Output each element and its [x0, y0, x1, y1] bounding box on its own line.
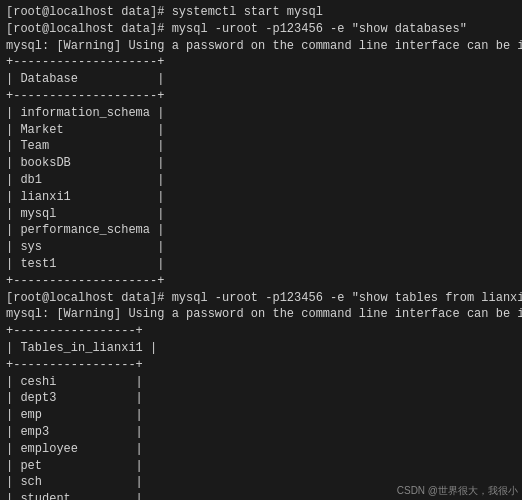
- terminal-line: | performance_schema |: [6, 222, 516, 239]
- terminal-line: | mysql |: [6, 206, 516, 223]
- terminal-line: | sys |: [6, 239, 516, 256]
- terminal-line: | db1 |: [6, 172, 516, 189]
- terminal-line: | pet |: [6, 458, 516, 475]
- terminal-line: [root@localhost data]# mysql -uroot -p12…: [6, 290, 516, 307]
- terminal-line: | information_schema |: [6, 105, 516, 122]
- terminal-line: +--------------------+: [6, 273, 516, 290]
- terminal-line: | Database |: [6, 71, 516, 88]
- terminal-line: | ceshi |: [6, 374, 516, 391]
- terminal-line: +-----------------+: [6, 323, 516, 340]
- terminal: [root@localhost data]# systemctl start m…: [0, 0, 522, 500]
- terminal-line: [root@localhost data]# systemctl start m…: [6, 4, 516, 21]
- terminal-line: | Market |: [6, 122, 516, 139]
- terminal-line: | emp3 |: [6, 424, 516, 441]
- terminal-line: | Team |: [6, 138, 516, 155]
- terminal-line: +--------------------+: [6, 88, 516, 105]
- terminal-line: | test1 |: [6, 256, 516, 273]
- terminal-line: | employee |: [6, 441, 516, 458]
- terminal-line: +-----------------+: [6, 357, 516, 374]
- terminal-line: mysql: [Warning] Using a password on the…: [6, 306, 516, 323]
- terminal-line: | emp |: [6, 407, 516, 424]
- watermark: CSDN @世界很大，我很小: [397, 484, 518, 498]
- terminal-line: | dept3 |: [6, 390, 516, 407]
- terminal-line: [root@localhost data]# mysql -uroot -p12…: [6, 21, 516, 38]
- terminal-line: | lianxi1 |: [6, 189, 516, 206]
- terminal-line: | Tables_in_lianxi1 |: [6, 340, 516, 357]
- terminal-line: mysql: [Warning] Using a password on the…: [6, 38, 516, 55]
- terminal-line: +--------------------+: [6, 54, 516, 71]
- terminal-line: | booksDB |: [6, 155, 516, 172]
